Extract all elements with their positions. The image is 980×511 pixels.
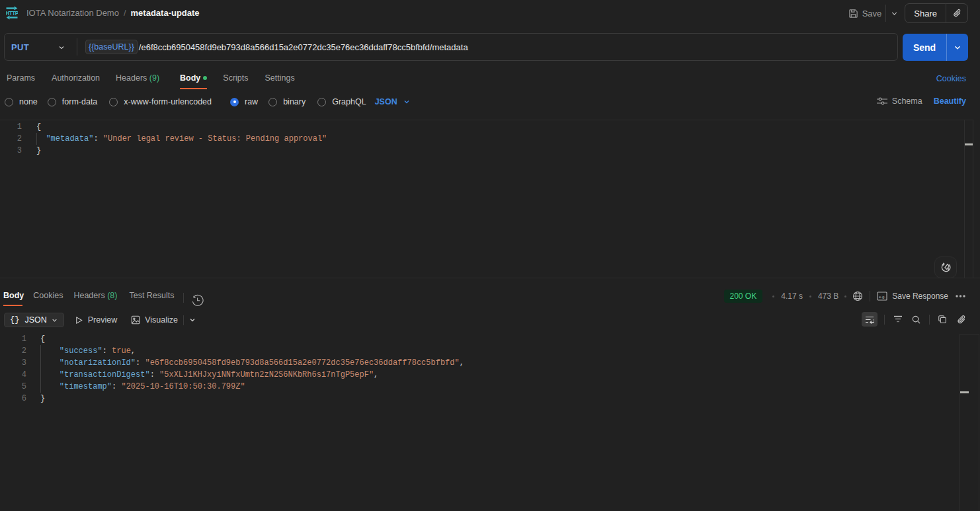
svg-text:HTTP: HTTP [6, 11, 18, 17]
svg-text:e.g.: e.g. [879, 295, 885, 299]
